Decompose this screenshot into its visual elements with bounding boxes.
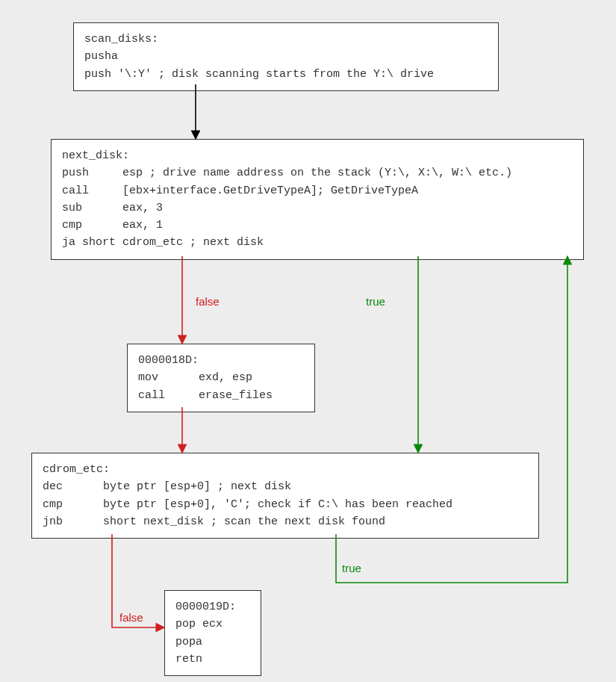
edges-layer — [0, 0, 616, 682]
label-false-1: false — [196, 295, 220, 308]
label-true-1: true — [366, 295, 385, 308]
label-true-2: true — [342, 562, 361, 574]
flowchart-canvas: scan_disks: pusha push '\:Y' ; disk scan… — [0, 0, 616, 682]
label-false-2: false — [119, 611, 143, 624]
